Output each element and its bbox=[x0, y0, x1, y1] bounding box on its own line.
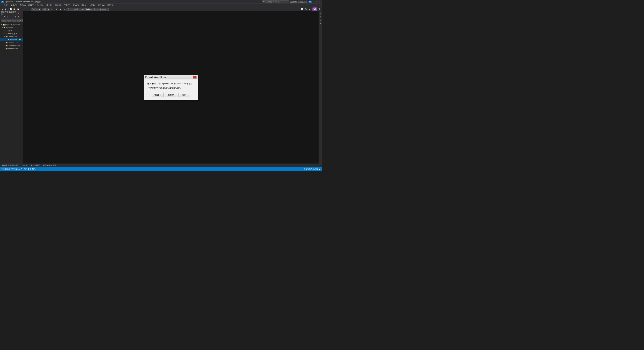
panel-new-btn[interactable]: + bbox=[9, 15, 12, 19]
right-sidebar-btn3[interactable]: ◀ bbox=[319, 19, 322, 22]
bottom-tab-properties[interactable]: 属性管理器 bbox=[30, 164, 41, 167]
item-label-project-node: MyDriver1 bbox=[6, 27, 14, 29]
toolbar-forward-btn[interactable]: ▶ bbox=[4, 8, 8, 11]
expand-icon-source-files bbox=[3, 48, 5, 50]
dialog-title: Microsoft Visual Studio bbox=[146, 76, 166, 78]
item-label-mydriver-inf: MyDriver1.inf bbox=[10, 39, 21, 41]
toolbar-right-btn2[interactable]: 🔧 bbox=[304, 8, 308, 11]
menu-item-driver[interactable]: Driver bbox=[80, 4, 88, 7]
expand-icon-project-node[interactable]: ▼ bbox=[1, 27, 3, 29]
dialog-titlebar: Microsoft Visual Studio × bbox=[144, 75, 198, 79]
toolbar-right-btn1[interactable]: 📊 bbox=[300, 8, 304, 11]
tree-item-header-files[interactable]: 📂Header Files bbox=[0, 41, 23, 44]
menu-item-debug[interactable]: 调试(D) bbox=[45, 4, 54, 7]
toolbar-sep-1 bbox=[8, 8, 8, 11]
search-input[interactable] bbox=[2, 20, 20, 22]
right-sidebar-btn4[interactable]: ▶ bbox=[319, 22, 322, 25]
close-button[interactable]: × bbox=[318, 1, 320, 3]
panel-search[interactable]: 🔍 bbox=[1, 19, 22, 23]
tree-item-source-files[interactable]: 📂Source Files bbox=[0, 47, 23, 50]
toolbar-save-btn[interactable]: 💾 bbox=[16, 8, 20, 11]
tree-item-external-deps[interactable]: ▶📎外部依赖项 bbox=[0, 32, 23, 35]
menu-item-view[interactable]: 视图(V) bbox=[18, 4, 27, 7]
menu-item-file[interactable]: 文件(F) bbox=[1, 4, 9, 7]
remove-button[interactable]: 移除(R) bbox=[152, 93, 164, 97]
menu-item-window[interactable]: 窗口(W) bbox=[96, 4, 106, 7]
tree-item-project-node[interactable]: ▼📁MyDriver1 bbox=[0, 26, 23, 29]
item-label-references: 引用 bbox=[8, 30, 12, 32]
tree-item-resource-files[interactable]: 📂Resource Files bbox=[0, 44, 23, 47]
dialog-message-1: 选择"移除"可将"MyDriver1.inf"从"MyDriver1"中移除。 bbox=[148, 82, 195, 85]
quick-launch-text: 快速启动 (Ctrl+Q) bbox=[266, 1, 288, 3]
tree-item-solution-node[interactable]: ▶📋解决方案'MyDriver1'(1 个项目) bbox=[0, 23, 23, 26]
panel-refresh-btn[interactable]: ↻ bbox=[4, 15, 6, 19]
dialog-close-btn[interactable]: × bbox=[193, 76, 196, 79]
right-sidebar: ▲ ▼ ◀ ▶ bbox=[318, 11, 322, 164]
notification-badge[interactable]: 19 bbox=[308, 1, 312, 3]
expand-icon-external-deps[interactable]: ▶ bbox=[3, 33, 5, 35]
menu-item-edit[interactable]: 编辑(E) bbox=[9, 4, 18, 7]
modal-overlay: Microsoft Visual Studio × 选择"移除"可将"MyDri… bbox=[24, 11, 318, 164]
restore-button[interactable]: □ bbox=[316, 1, 318, 3]
cancel-button[interactable]: 取消 bbox=[178, 93, 190, 97]
search-icon: 🔍 bbox=[263, 1, 265, 3]
toolbar-debug-btn3[interactable]: ⏹ bbox=[58, 8, 62, 11]
item-icon-solution-node: 📋 bbox=[3, 24, 5, 26]
panel-props-btn[interactable]: ⚙ bbox=[18, 15, 20, 19]
toolbar-back-btn[interactable]: ◀ bbox=[1, 8, 4, 11]
solution-explorer-panel: 解决方案资源管理器 📌 × ↕ ↻ ⬛ + − ⊞ ⚙ ▬ 🔍 ▶📋解决方案'M… bbox=[0, 11, 24, 164]
toolbar-new-btn[interactable]: 📄 bbox=[9, 8, 12, 11]
menu-item-team[interactable]: 团队(M) bbox=[54, 4, 63, 7]
item-icon-external-deps: 📎 bbox=[5, 33, 8, 35]
panel-minus-btn[interactable]: ▬ bbox=[20, 15, 22, 19]
item-icon-source-files: 📂 bbox=[5, 48, 8, 50]
menu-item-help[interactable]: 帮助(H) bbox=[106, 4, 115, 7]
dialog: Microsoft Visual Studio × 选择"移除"可将"MyDri… bbox=[144, 75, 198, 100]
minimize-button[interactable]: − bbox=[313, 1, 315, 3]
bottom-tab-solution-explorer[interactable]: 解决方案资源管理器 bbox=[1, 164, 20, 167]
dialog-content: 选择"移除"可将"MyDriver1.inf"从"MyDriver1"中移除。 … bbox=[144, 79, 198, 100]
item-icon-project-node: 📁 bbox=[3, 27, 6, 29]
panel-sync-btn[interactable]: ↕ bbox=[1, 15, 3, 19]
debug-config-select[interactable]: Debug bbox=[30, 8, 41, 11]
tree-item-references[interactable]: ▶📎引用 bbox=[0, 29, 23, 32]
bottom-tab-team-explorer[interactable]: 团队资源管理器 bbox=[42, 164, 58, 167]
quick-launch-box[interactable]: 🔍 快速启动 (Ctrl+Q) bbox=[262, 0, 289, 3]
delete-button[interactable]: 删除(D) bbox=[165, 93, 177, 97]
item-icon-references: 📎 bbox=[5, 30, 8, 32]
panel-pin-btn[interactable]: 📌 bbox=[17, 12, 20, 14]
vs-icon: VS bbox=[1, 1, 4, 3]
title-bar: VS MyDriver1 - Microsoft Visual Studio (… bbox=[0, 0, 322, 4]
toolbar-right-btn3[interactable]: ▶ bbox=[308, 8, 311, 11]
toolbar-redo-btn[interactable]: ↪ bbox=[25, 8, 28, 11]
menu-item-tools[interactable]: 工具(T) bbox=[63, 4, 71, 7]
right-sidebar-btn2[interactable]: ▼ bbox=[319, 15, 322, 18]
expand-icon-solution-node[interactable]: ▶ bbox=[1, 24, 3, 26]
panel-close-btn[interactable]: × bbox=[20, 12, 22, 14]
expand-icon-references[interactable]: ▶ bbox=[3, 30, 5, 32]
dialog-buttons: 移除(R) 删除(D) 取消 bbox=[148, 91, 195, 98]
toolbar-undo-btn[interactable]: ↩ bbox=[22, 8, 25, 11]
item-icon-mydriver-inf: ℹ bbox=[7, 39, 10, 41]
start-debug-btn[interactable]: ▶ bbox=[50, 8, 54, 11]
toolbar-settings-btn[interactable]: ⚙ bbox=[318, 8, 321, 11]
menu-item-project[interactable]: 项目(P) bbox=[27, 4, 36, 7]
toolbar-open-btn[interactable]: 📂 bbox=[13, 8, 16, 11]
menu-item-analyze[interactable]: 分析(N) bbox=[88, 4, 96, 7]
editor-area: Microsoft Visual Studio × 选择"移除"可将"MyDri… bbox=[24, 11, 318, 164]
status-bar: 正在创建项目"MyDriver1"... 项目创建成功。 添加到源代码管理 ▲ bbox=[0, 167, 322, 171]
menu-item-build[interactable]: 生成(B) bbox=[36, 4, 45, 7]
toolbar-debug-btn2[interactable]: ⏸ bbox=[54, 8, 58, 11]
tree-item-driver-files[interactable]: ▼📂Driver Files bbox=[0, 35, 23, 38]
menu-item-test[interactable]: 测试(S) bbox=[71, 4, 80, 7]
right-sidebar-btn1[interactable]: ▲ bbox=[319, 12, 322, 15]
panel-filter-btn[interactable]: ⬛ bbox=[6, 15, 9, 19]
title-bar-text: MyDriver1 - Microsoft Visual Studio (管理员… bbox=[5, 1, 40, 3]
expand-icon-driver-files[interactable]: ▼ bbox=[3, 36, 5, 38]
platform-select[interactable]: x86 bbox=[42, 8, 50, 11]
bottom-tab-class-view[interactable]: 类视图 bbox=[20, 164, 29, 167]
toolbar-debug-btn4[interactable]: ↻ bbox=[62, 8, 66, 11]
tree-item-mydriver-inf[interactable]: ℹMyDriver1.inf bbox=[0, 38, 23, 41]
panel-expand-btn[interactable]: ⊞ bbox=[14, 15, 17, 19]
panel-collapse-btn[interactable]: − bbox=[12, 15, 14, 19]
